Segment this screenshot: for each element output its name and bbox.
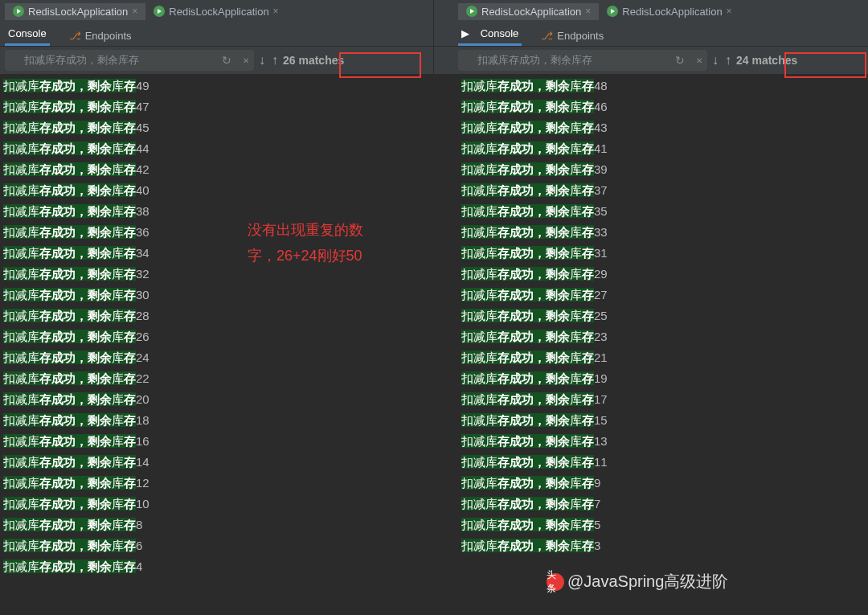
log-line: 扣减库存成功，剩余库存36 [0, 222, 433, 243]
log-line: 扣减库存成功，剩余库存15 [458, 410, 868, 431]
search-input[interactable] [458, 50, 707, 71]
log-line: 扣减库存成功，剩余库存40 [0, 180, 433, 201]
console-right[interactable]: 扣减库存成功，剩余库存48扣减库存成功，剩余库存46扣减库存成功，剩余库存43扣… [434, 74, 868, 615]
panel-left: RedisLockApplication × RedisLockApplicat… [0, 0, 434, 615]
log-line: 扣减库存成功，剩余库存37 [458, 180, 868, 201]
log-line: 扣减库存成功，剩余库存47 [0, 96, 433, 117]
tab-label: RedisLockApplication [28, 6, 128, 18]
tab-run-config-1[interactable]: RedisLockApplication × [5, 3, 145, 20]
log-line: 扣减库存成功，剩余库存6 [0, 535, 433, 556]
log-line: 扣减库存成功，剩余库存34 [0, 243, 433, 264]
log-line: 扣减库存成功，剩余库存48 [458, 76, 868, 96]
nav-arrows: ↓ ↑ [712, 53, 731, 68]
log-line: 扣减库存成功，剩余库存30 [0, 285, 433, 305]
log-line: 扣减库存成功，剩余库存41 [458, 138, 868, 159]
endpoints-icon: ⎇ [69, 30, 81, 42]
play-icon [154, 6, 165, 17]
log-line: 扣减库存成功，剩余库存22 [0, 368, 433, 389]
match-count-left: 26 matches [283, 54, 344, 67]
tab-run-config-1[interactable]: RedisLockApplication × [458, 3, 599, 20]
nav-arrows: ↓ ↑ [259, 53, 278, 68]
log-line: 扣减库存成功，剩余库存18 [0, 410, 433, 431]
log-line: 扣减库存成功，剩余库存32 [0, 264, 433, 285]
log-line: 扣减库存成功，剩余库存27 [458, 285, 868, 305]
console-indicator-icon: ▶ [461, 27, 469, 39]
log-line: 扣减库存成功，剩余库存3 [458, 535, 868, 556]
endpoints-icon: ⎇ [541, 30, 553, 42]
tab-run-config-2[interactable]: RedisLockApplication × [145, 3, 286, 20]
log-line: 扣减库存成功，剩余库存13 [458, 431, 868, 452]
log-line: 扣减库存成功，剩余库存19 [458, 368, 868, 389]
log-line: 扣减库存成功，剩余库存38 [0, 201, 433, 222]
play-icon [607, 6, 618, 17]
log-line: 扣减库存成功，剩余库存49 [0, 76, 433, 96]
log-line: 扣减库存成功，剩余库存5 [458, 515, 868, 535]
run-tabs-right: RedisLockApplication × RedisLockApplicat… [434, 0, 868, 23]
log-line: 扣减库存成功，剩余库存10 [0, 494, 433, 515]
search-wrap: Q⌄ ↻ ✕ [5, 50, 254, 71]
prev-match-icon[interactable]: ↑ [725, 53, 731, 68]
log-line: 扣减库存成功，剩余库存8 [0, 515, 433, 535]
log-line: 扣减库存成功，剩余库存20 [0, 389, 433, 410]
prev-match-icon[interactable]: ↑ [272, 53, 278, 68]
clear-icon[interactable]: ✕ [696, 56, 702, 65]
log-line: 扣减库存成功，剩余库存39 [458, 159, 868, 180]
log-line: 扣减库存成功，剩余库存25 [458, 305, 868, 326]
tab-console[interactable]: ▶ Console [458, 23, 522, 46]
log-line: 扣减库存成功，剩余库存29 [458, 264, 868, 285]
log-line: 扣减库存成功，剩余库存23 [458, 326, 868, 347]
log-line: 扣减库存成功，剩余库存42 [0, 159, 433, 180]
highlight-box-left [339, 52, 421, 78]
tab-endpoints[interactable]: ⎇Endpoints [66, 26, 135, 46]
tab-label: RedisLockApplication [169, 6, 268, 18]
tool-tabs-right: ▶ Console ⎇Endpoints [434, 23, 868, 47]
clear-icon[interactable]: ✕ [243, 56, 249, 65]
tab-console[interactable]: Console [5, 23, 50, 46]
close-icon[interactable]: × [132, 6, 137, 17]
watermark-text: @JavaSpring高级进阶 [567, 571, 728, 592]
watermark-badge: 头条 [547, 573, 564, 591]
log-line: 扣减库存成功，剩余库存33 [458, 222, 868, 243]
log-line: 扣减库存成功，剩余库存17 [458, 389, 868, 410]
search-input[interactable] [5, 50, 254, 71]
log-line: 扣减库存成功，剩余库存44 [0, 138, 433, 159]
panel-right: ⇥ ⬇≡ 🖶 🗑 RedisLockApplication × RedisLoc… [434, 0, 868, 615]
play-icon [466, 6, 477, 17]
watermark: 头条 @JavaSpring高级进阶 [547, 571, 728, 592]
console-left[interactable]: 扣减库存成功，剩余库存49扣减库存成功，剩余库存47扣减库存成功，剩余库存45扣… [0, 74, 433, 615]
close-icon[interactable]: × [585, 6, 591, 17]
log-line: 扣减库存成功，剩余库存21 [458, 347, 868, 368]
log-line: 扣减库存成功，剩余库存11 [458, 452, 868, 473]
next-match-icon[interactable]: ↓ [712, 53, 719, 68]
log-line: 扣减库存成功，剩余库存24 [0, 347, 433, 368]
close-icon[interactable]: × [273, 6, 279, 17]
refresh-icon[interactable]: ↻ [675, 54, 685, 67]
log-line: 扣减库存成功，剩余库存7 [458, 494, 868, 515]
refresh-icon[interactable]: ↻ [222, 54, 231, 67]
search-wrap: Q⌄ ↻ ✕ [458, 50, 707, 71]
log-line: 扣减库存成功，剩余库存28 [0, 305, 433, 326]
run-tabs-left: RedisLockApplication × RedisLockApplicat… [0, 0, 433, 23]
log-line: 扣减库存成功，剩余库存9 [458, 473, 868, 494]
log-line: 扣减库存成功，剩余库存43 [458, 117, 868, 138]
highlight-box-right [784, 52, 866, 78]
tab-label: RedisLockApplication [481, 6, 581, 18]
log-line: 扣减库存成功，剩余库存35 [458, 201, 868, 222]
tool-tabs-left: Console ⎇Endpoints [0, 23, 433, 47]
tab-endpoints[interactable]: ⎇Endpoints [538, 26, 607, 46]
log-line: 扣减库存成功，剩余库存4 [0, 556, 433, 577]
log-line: 扣减库存成功，剩余库存45 [0, 117, 433, 138]
tab-run-config-2[interactable]: RedisLockApplication × [599, 3, 739, 20]
log-line: 扣减库存成功，剩余库存16 [0, 431, 433, 452]
next-match-icon[interactable]: ↓ [259, 53, 265, 68]
close-icon[interactable]: × [727, 6, 732, 17]
log-line: 扣减库存成功，剩余库存31 [458, 243, 868, 264]
play-icon [13, 6, 24, 17]
log-line: 扣减库存成功，剩余库存12 [0, 473, 433, 494]
tab-label: RedisLockApplication [622, 6, 722, 18]
log-line: 扣减库存成功，剩余库存26 [0, 326, 433, 347]
log-line: 扣减库存成功，剩余库存46 [458, 96, 868, 117]
log-line: 扣减库存成功，剩余库存14 [0, 452, 433, 473]
annotation-text: 没有出现重复的数 字，26+24刚好50 [248, 217, 363, 269]
